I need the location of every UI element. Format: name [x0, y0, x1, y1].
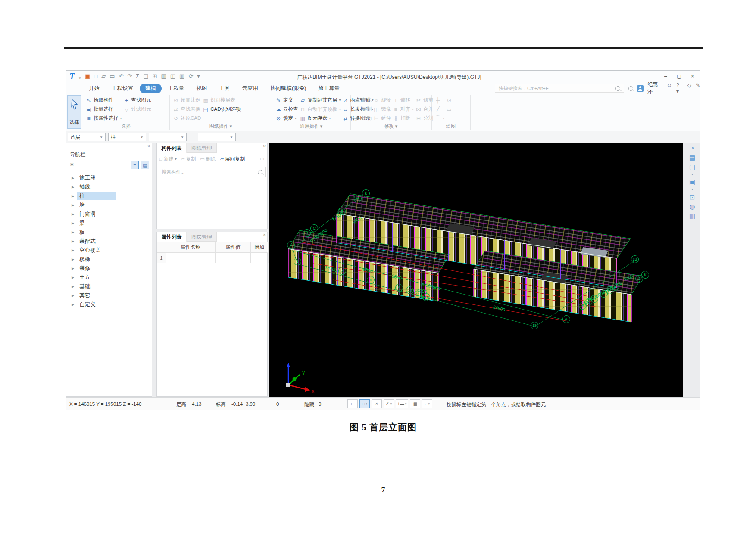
- restore-button[interactable]: ▢: [677, 73, 681, 79]
- ribbon-item-trim[interactable]: ✂修剪: [415, 96, 433, 105]
- ribbon-item-find-replace[interactable]: ⇄查找替换: [173, 105, 201, 114]
- copy-between-floors-button[interactable]: ▱层间复制: [220, 156, 245, 162]
- component-dropdown[interactable]: ▼: [149, 133, 187, 141]
- open-project-icon[interactable]: ▱: [101, 73, 106, 79]
- feedback-chat-icon[interactable]: ☺: [667, 82, 672, 94]
- sidebar-item-施工段[interactable]: ▶施工段: [66, 174, 152, 183]
- ribbon-item-extend[interactable]: ⊢延伸: [373, 114, 391, 123]
- grid-display-button[interactable]: ▦: [410, 399, 420, 408]
- arc-tool-button[interactable]: ⌐▾: [422, 399, 432, 408]
- ribbon-item-draw-circle[interactable]: ⊙: [446, 96, 452, 105]
- minimize-button[interactable]: –: [664, 73, 667, 79]
- avatar[interactable]: [637, 85, 644, 92]
- ribbon-item-copy-to-other-floor[interactable]: ▱复制到其它层▾: [300, 96, 341, 105]
- skin-icon[interactable]: ◇: [687, 82, 691, 94]
- property-extra-cell[interactable]: [251, 253, 269, 263]
- ortho-button[interactable]: ∟: [347, 399, 358, 408]
- tab-云应用[interactable]: 云应用: [237, 84, 264, 93]
- ribbon-item-find-element[interactable]: ⊞查找图元: [124, 96, 151, 105]
- panel-divider[interactable]: [152, 143, 156, 397]
- caret-1-icon[interactable]: ▾: [691, 173, 693, 176]
- property-value-cell[interactable]: [216, 253, 251, 263]
- ribbon-item-lock[interactable]: ⊙锁定▾: [275, 114, 298, 123]
- more-button[interactable]: ⋯: [260, 156, 265, 162]
- view-table-icon[interactable]: ⊞: [153, 73, 157, 79]
- undo-icon[interactable]: ↶: [119, 73, 123, 79]
- caret-2-icon[interactable]: ▾: [691, 188, 693, 191]
- ribbon-item-break[interactable]: ∦打断: [393, 114, 414, 123]
- model-canvas[interactable]: HKGBCA1369101113181BJKEFGBCDA37500380087…: [269, 143, 683, 397]
- angle-snap-button[interactable]: ∠▾: [384, 399, 394, 408]
- view-panel-icon[interactable]: ▤: [689, 154, 695, 161]
- tab-工程设置[interactable]: 工程设置: [106, 84, 139, 93]
- cross-select-button[interactable]: ×: [372, 399, 382, 408]
- globe-icon[interactable]: ◍: [689, 203, 695, 210]
- tab-建模[interactable]: 建模: [140, 84, 162, 93]
- sidebar-item-轴线[interactable]: ▶轴线: [66, 183, 152, 192]
- layer-panel-icon[interactable]: ▥: [689, 213, 695, 219]
- ribbon-item-mirror[interactable]: ◫镜像: [373, 105, 391, 114]
- component-search-input[interactable]: 搜索构件...: [159, 167, 266, 177]
- table-row[interactable]: 1: [157, 253, 269, 263]
- new-component-button[interactable]: □新建▾: [159, 156, 177, 162]
- folder-icon[interactable]: ▣: [689, 179, 695, 185]
- sidebar-item-梁[interactable]: ▶梁: [66, 219, 152, 228]
- column-define-icon[interactable]: ◫: [170, 73, 175, 79]
- edit-pen-icon[interactable]: ✎: [696, 82, 700, 94]
- close-button[interactable]: ×: [691, 73, 694, 79]
- sidebar-item-装配式[interactable]: ▶装配式: [66, 237, 152, 246]
- close-icon[interactable]: ×: [147, 144, 150, 149]
- ribbon-item-select-by-property[interactable]: ≡按属性选择▾: [86, 114, 122, 123]
- ribbon-item-merge[interactable]: ⋈合并: [415, 105, 433, 114]
- sidebar-item-板[interactable]: ▶板: [66, 228, 152, 237]
- sync-icon[interactable]: ⟳: [188, 73, 193, 79]
- tab-协同建模(限免)[interactable]: 协同建模(限免): [265, 84, 312, 93]
- search-icon[interactable]: [628, 86, 633, 91]
- logo-caret-icon[interactable]: ▾: [79, 76, 81, 80]
- delete-component-button[interactable]: ▭删除: [200, 156, 216, 162]
- attribute-dropdown[interactable]: ▼: [198, 133, 236, 141]
- element-type-dropdown[interactable]: 柱▼: [108, 133, 146, 141]
- ribbon-item-offset[interactable]: +偏移: [393, 96, 414, 105]
- glodon-logo-icon[interactable]: T: [69, 71, 75, 81]
- sidebar-item-土方[interactable]: ▶土方: [66, 273, 152, 282]
- close-icon[interactable]: ×: [263, 233, 266, 237]
- close-icon[interactable]: ×: [263, 144, 266, 149]
- list-view-button[interactable]: ≡: [131, 161, 139, 169]
- glodon-cloud-icon[interactable]: ▣: [85, 73, 90, 79]
- chart-icon[interactable]: ▦: [161, 73, 166, 79]
- new-project-icon[interactable]: □: [94, 73, 97, 79]
- save-as-icon[interactable]: ▥: [179, 73, 184, 79]
- sidebar-item-自定义[interactable]: ▶自定义: [66, 300, 152, 309]
- sidebar-item-柱[interactable]: ▶柱: [66, 192, 152, 201]
- tab-开始[interactable]: 开始: [83, 84, 105, 93]
- ribbon-item-set-scale[interactable]: ⊘设置比例: [173, 96, 201, 105]
- fullscreen-icon[interactable]: ⊡: [690, 194, 695, 200]
- floor-dropdown[interactable]: 首层▼: [68, 133, 106, 141]
- calculate-icon[interactable]: Σ: [136, 73, 139, 79]
- ribbon-item-auto-align-slab[interactable]: ⊓自动平齐顶板▾: [300, 105, 341, 114]
- ribbon-item-move[interactable]: +移动: [354, 114, 372, 123]
- rect-select-button[interactable]: □▾: [359, 399, 370, 408]
- grid-view-button[interactable]: ▤: [141, 161, 149, 169]
- ribbon-item-pick-component[interactable]: ↖拾取构件: [86, 96, 122, 105]
- sidebar-item-空心楼盖[interactable]: ▶空心楼盖: [66, 246, 152, 255]
- help-icon[interactable]: ? ▾: [676, 82, 683, 94]
- tab-drawing-management[interactable]: 图纸管理: [187, 143, 217, 153]
- folder-open-icon[interactable]: ▢: [689, 164, 695, 170]
- sidebar-item-楼梯[interactable]: ▶楼梯: [66, 255, 152, 264]
- ribbon-item-cloud-check[interactable]: ☁云检查: [275, 105, 298, 114]
- ribbon-item-filter-element[interactable]: ▽过滤图元: [124, 105, 151, 114]
- pin-icon[interactable]: ✱: [70, 162, 74, 168]
- ribbon-item-draw-rect[interactable]: ▭: [446, 105, 452, 114]
- save-project-icon[interactable]: ▭: [109, 73, 115, 79]
- copy-component-button[interactable]: ▱复制: [181, 156, 196, 162]
- redo-icon[interactable]: ↷: [127, 73, 132, 79]
- orbit-icon[interactable]: ◔: [690, 145, 694, 151]
- ribbon-item-cad-identify-options[interactable]: ▤CAD识别选项: [203, 105, 241, 114]
- ribbon-item-rotate[interactable]: ○旋转: [373, 96, 391, 105]
- tab-视图[interactable]: 视图: [191, 84, 213, 93]
- ribbon-item-batch-select[interactable]: ▣批量选择: [86, 105, 122, 114]
- tab-工程量[interactable]: 工程量: [162, 84, 190, 93]
- ribbon-item-draw-line[interactable]: ╱: [435, 105, 444, 114]
